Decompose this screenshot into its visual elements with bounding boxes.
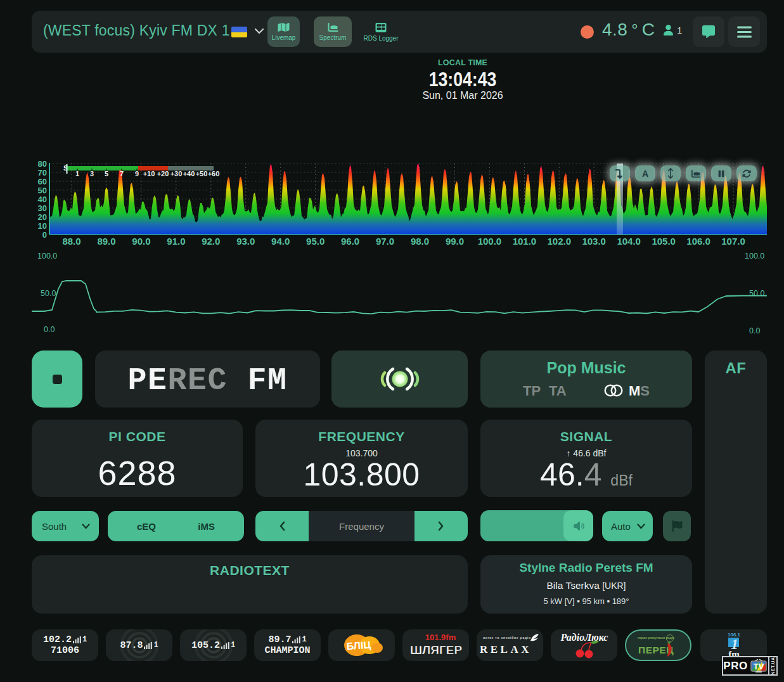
svg-text:легке та спокійне радіо: легке та спокійне радіо: [482, 636, 530, 640]
svg-text:ШЛЯГЕР: ШЛЯГЕР: [409, 643, 462, 657]
svg-text:104.0: 104.0: [617, 236, 641, 247]
svg-text:107.0: 107.0: [721, 236, 745, 247]
svg-text:89.0: 89.0: [97, 236, 115, 247]
svg-text:93.0: 93.0: [236, 236, 255, 247]
svg-text:96.0: 96.0: [341, 236, 359, 247]
svg-text:5: 5: [105, 170, 108, 177]
svg-text:БЛІЦ: БЛІЦ: [345, 640, 371, 652]
svg-text:RELAX: RELAX: [479, 643, 531, 655]
svg-text:3: 3: [90, 170, 94, 177]
svg-text:1: 1: [75, 170, 79, 177]
svg-text:30: 30: [38, 203, 47, 213]
svg-text:+20: +20: [157, 170, 169, 177]
svg-text:50: 50: [38, 186, 47, 195]
svg-text:101.0: 101.0: [513, 236, 537, 247]
svg-text:103.0: 103.0: [582, 236, 606, 247]
svg-text:94.0: 94.0: [271, 236, 290, 247]
svg-text:9: 9: [135, 170, 139, 177]
svg-text:80: 80: [38, 160, 47, 169]
svg-text:92.0: 92.0: [202, 236, 220, 247]
svg-text:+10: +10: [143, 170, 155, 177]
svg-text:A: A: [642, 169, 648, 179]
svg-text:7: 7: [120, 170, 124, 177]
svg-text:91.0: 91.0: [167, 236, 185, 247]
svg-text:50.0: 50.0: [749, 289, 764, 298]
svg-text:0.0: 0.0: [749, 326, 760, 335]
svg-text:+40: +40: [183, 170, 195, 177]
svg-text:20: 20: [38, 212, 47, 222]
svg-text:98.0: 98.0: [411, 236, 429, 247]
svg-text:0.0: 0.0: [44, 325, 55, 334]
svg-text:99.0: 99.0: [446, 236, 464, 247]
svg-text:100.0: 100.0: [37, 252, 57, 261]
svg-text:перше роксучасне радіо: перше роксучасне радіо: [638, 636, 674, 640]
svg-text:70: 70: [38, 168, 47, 177]
svg-text:105.0: 105.0: [652, 236, 676, 247]
svg-text:40: 40: [38, 195, 47, 204]
svg-text:РадіоЛюкс: РадіоЛюкс: [560, 632, 608, 643]
svg-text:106.0: 106.0: [686, 236, 710, 247]
svg-text:102.0: 102.0: [548, 236, 572, 247]
svg-text:101.9fm: 101.9fm: [425, 633, 455, 642]
svg-text:97.0: 97.0: [376, 236, 394, 247]
svg-text:60: 60: [38, 177, 47, 186]
svg-text:+60: +60: [208, 170, 220, 177]
svg-text:0: 0: [42, 230, 47, 240]
svg-text:100.0: 100.0: [478, 236, 502, 247]
svg-text:+50: +50: [196, 170, 208, 177]
svg-text:50.0: 50.0: [41, 289, 56, 298]
svg-text:90.0: 90.0: [132, 236, 150, 247]
svg-text:TV: TV: [753, 662, 764, 671]
svg-text:88.0: 88.0: [62, 236, 80, 247]
svg-text:+30: +30: [170, 170, 183, 177]
svg-text:10: 10: [38, 221, 47, 231]
svg-text:100.0: 100.0: [745, 252, 764, 261]
svg-text:95.0: 95.0: [306, 236, 325, 247]
